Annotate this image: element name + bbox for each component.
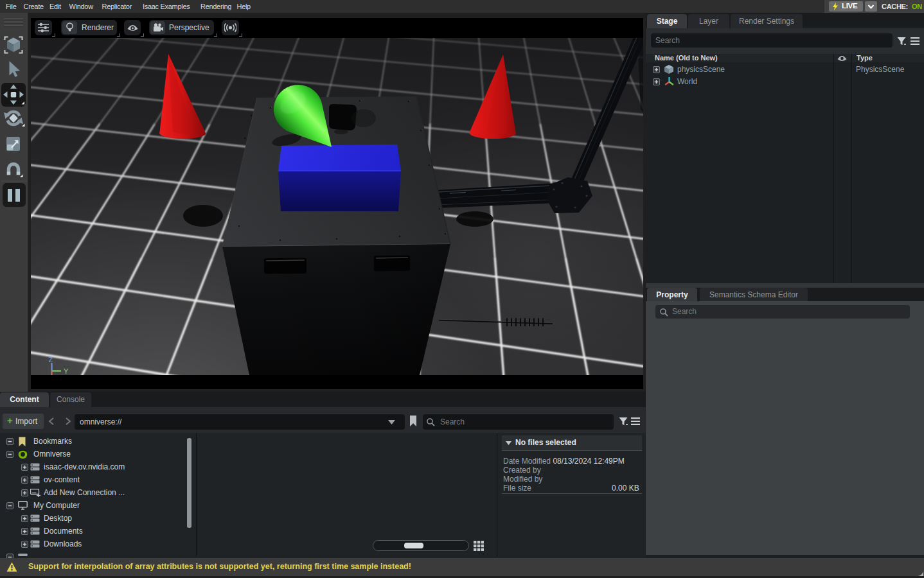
svg-text:Z: Z [49, 356, 53, 363]
svg-text:Y: Y [64, 367, 69, 375]
